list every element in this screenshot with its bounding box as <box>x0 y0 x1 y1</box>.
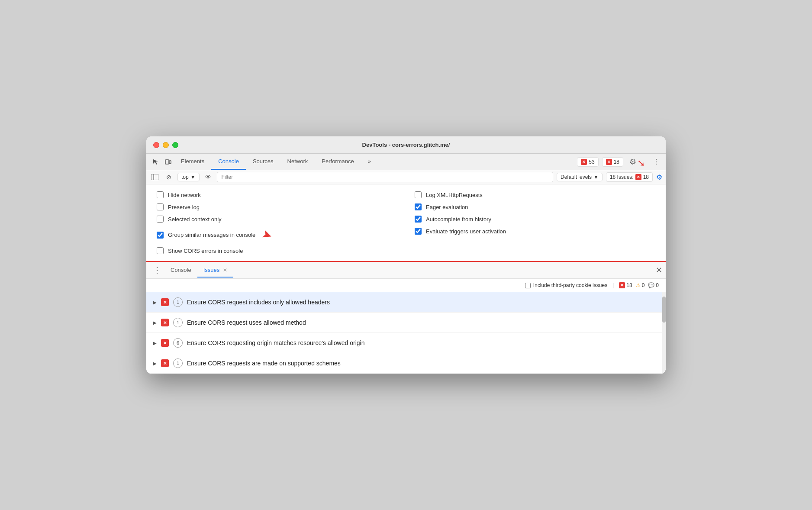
close-panel-icon[interactable]: ✕ <box>656 265 662 275</box>
tab-elements[interactable]: Elements <box>174 154 211 170</box>
levels-arrow-icon: ▼ <box>593 174 599 180</box>
issues-error-badge: ✕ 18 <box>619 282 632 288</box>
maximize-button[interactable] <box>172 142 178 148</box>
eval-triggers-label: Evaluate triggers user activation <box>426 228 506 235</box>
autocomplete-label: Autocomplete from history <box>426 216 491 223</box>
expand-arrow-icon: ▶ <box>153 300 157 305</box>
issue-row[interactable]: ▶ ✕ 1 Ensure CORS request includes only … <box>146 292 666 313</box>
inspect-icon[interactable] <box>150 156 162 168</box>
third-party-checkbox-row: Include third-party cookie issues <box>525 282 607 288</box>
third-party-checkbox[interactable] <box>525 283 531 288</box>
warning-count: 18 <box>614 159 619 165</box>
checkbox-group-similar: Group similar messages in console ➤ <box>157 228 397 242</box>
eye-icon[interactable]: 👁 <box>203 172 213 182</box>
bottom-tab-console[interactable]: Console <box>164 263 197 278</box>
issues-toolbar: Include third-party cookie issues | ✕ 18… <box>146 279 666 292</box>
device-icon[interactable] <box>162 156 174 168</box>
scrollbar[interactable] <box>662 292 666 374</box>
levels-selector[interactable]: Default levels ▼ <box>557 173 603 181</box>
hide-network-label: Hide network <box>168 192 201 198</box>
tab-more[interactable]: » <box>361 154 378 170</box>
show-cors-label: Show CORS errors in console <box>168 248 243 254</box>
sidebar-toggle-icon[interactable] <box>150 172 160 182</box>
checkbox-eval-triggers: Evaluate triggers user activation <box>415 228 655 235</box>
issue-row[interactable]: ▶ ✕ 1 Ensure CORS requests are made on s… <box>146 353 666 374</box>
issues-badge[interactable]: 18 Issues: ✕ 18 <box>606 172 653 182</box>
hide-network-checkbox[interactable] <box>157 191 164 198</box>
console-settings-icon[interactable]: ⚙ <box>656 173 662 181</box>
checkbox-show-cors: Show CORS errors in console <box>157 247 397 254</box>
group-similar-checkbox[interactable] <box>157 232 164 239</box>
warning-count-badge[interactable]: ✕ 18 <box>602 157 623 167</box>
svg-rect-1 <box>169 161 171 164</box>
separator: | <box>612 282 614 288</box>
filter-input[interactable] <box>217 172 553 182</box>
error-count-badge[interactable]: ✕ 53 <box>577 157 598 167</box>
clear-console-icon[interactable]: ⊘ <box>164 172 174 182</box>
issues-error-icon: ✕ <box>635 174 641 180</box>
bottom-tab-bar: ⋮ Console Issues ✕ ✕ <box>146 262 666 279</box>
issue-row[interactable]: ▶ ✕ 1 Ensure CORS request uses allowed m… <box>146 313 666 333</box>
minimize-button[interactable] <box>163 142 169 148</box>
preserve-log-checkbox[interactable] <box>157 203 164 210</box>
log-xml-checkbox[interactable] <box>415 191 422 198</box>
issue-error-icon: ✕ <box>161 359 169 367</box>
issue-row[interactable]: ▶ ✕ 6 Ensure CORS requesting origin matc… <box>146 333 666 353</box>
devtools-window: DevTools - cors-errors.glitch.me/ Elemen… <box>146 136 666 374</box>
window-title: DevTools - cors-errors.glitch.me/ <box>362 142 450 148</box>
bottom-more-icon[interactable]: ⋮ <box>150 262 164 278</box>
issues-list: ▶ ✕ 1 Ensure CORS request includes only … <box>146 292 666 374</box>
issue-error-icon: ✕ <box>161 339 169 347</box>
main-toolbar: Elements Console Sources Network Perform… <box>146 154 666 170</box>
issue-error-icon: ✕ <box>161 319 169 326</box>
tab-console[interactable]: Console <box>211 154 246 170</box>
scrollbar-thumb[interactable] <box>662 297 666 323</box>
expand-arrow-icon: ▶ <box>153 361 157 366</box>
warning-icon: ✕ <box>606 159 612 165</box>
context-selector[interactable]: top ▼ <box>177 173 200 181</box>
issues-error-count: 18 <box>626 282 632 288</box>
expand-arrow-icon: ▶ <box>153 320 157 325</box>
count-badges: ✕ 18 ⚠ 0 💬 0 <box>619 282 659 288</box>
checkbox-hide-network: Hide network <box>157 191 397 198</box>
tab-network[interactable]: Network <box>280 154 315 170</box>
issues-count: 18 <box>643 174 649 180</box>
eager-eval-checkbox[interactable] <box>415 203 422 210</box>
bottom-panel: ⋮ Console Issues ✕ ✕ Include third-party… <box>146 262 666 374</box>
more-options-button[interactable]: ⋮ <box>650 156 662 168</box>
checkbox-preserve-log: Preserve log <box>157 203 397 210</box>
issue-error-icon: ✕ <box>161 298 169 306</box>
checkbox-autocomplete: Autocomplete from history <box>415 216 655 223</box>
issues-info-badge: 💬 0 <box>648 282 659 288</box>
issues-warning-count: 0 <box>642 282 645 288</box>
preserve-log-label: Preserve log <box>168 204 200 210</box>
bottom-tab-issues[interactable]: Issues ✕ <box>197 263 233 278</box>
selected-context-checkbox[interactable] <box>157 216 164 223</box>
issue-count: 1 <box>173 318 183 327</box>
issue-title: Ensure CORS requesting origin matches re… <box>187 339 364 346</box>
issue-title: Ensure CORS request uses allowed method <box>187 319 306 326</box>
expand-arrow-icon: ▶ <box>153 341 157 345</box>
tab-performance[interactable]: Performance <box>315 154 361 170</box>
levels-label: Default levels <box>561 174 592 180</box>
close-issues-tab[interactable]: ✕ <box>223 267 227 273</box>
red-arrow-left-icon: ➤ <box>260 226 274 243</box>
close-button[interactable] <box>153 142 159 148</box>
settings-panel: Hide network Preserve log Selected conte… <box>146 184 666 262</box>
context-arrow-icon: ▼ <box>190 174 196 180</box>
third-party-label: Include third-party cookie issues <box>533 282 607 288</box>
autocomplete-checkbox[interactable] <box>415 216 422 223</box>
title-bar: DevTools - cors-errors.glitch.me/ <box>146 136 666 154</box>
eval-triggers-checkbox[interactable] <box>415 228 422 235</box>
error-icon: ✕ <box>581 159 587 165</box>
group-similar-label: Group similar messages in console <box>168 232 255 238</box>
checkbox-log-xml: Log XMLHttpRequests <box>415 191 655 198</box>
show-cors-checkbox[interactable] <box>157 247 164 254</box>
selected-context-label: Selected context only <box>168 216 222 223</box>
eager-eval-label: Eager evaluation <box>426 204 468 210</box>
settings-right-column: Log XMLHttpRequests Eager evaluation Aut… <box>415 191 655 254</box>
warning-triangle-icon: ⚠ <box>636 282 641 288</box>
tab-sources[interactable]: Sources <box>246 154 280 170</box>
tab-bar: Elements Console Sources Network Perform… <box>174 154 577 170</box>
settings-left-column: Hide network Preserve log Selected conte… <box>157 191 397 254</box>
